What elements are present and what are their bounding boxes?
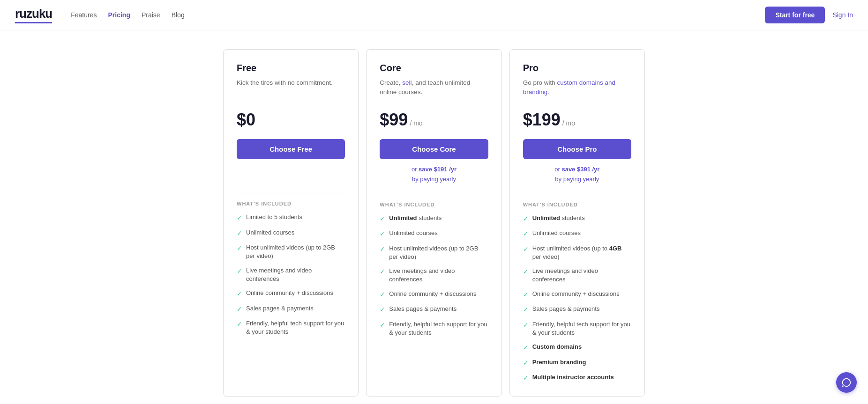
list-item: ✓ Online community + discussions: [237, 289, 345, 299]
chat-icon: [841, 377, 852, 388]
feature-text: Premium branding: [532, 358, 586, 367]
list-item: ✓ Friendly, helpful tech support for you…: [380, 320, 488, 337]
free-plan-price: $0: [237, 110, 345, 130]
feature-text: Sales pages & payments: [532, 305, 600, 313]
core-feature-list: ✓ Unlimited students ✓ Unlimited courses…: [380, 214, 488, 338]
check-icon: ✓: [523, 290, 529, 300]
pro-plan-description: Go pro with custom domains and branding.: [523, 78, 631, 101]
core-save-line2: by paying yearly: [412, 176, 456, 183]
pro-price-period: / mo: [562, 119, 575, 127]
header-right: Start for free Sign In: [765, 7, 853, 23]
list-item: ✓ Live meetings and video conferences: [523, 267, 631, 284]
feature-text: Unlimited students: [532, 214, 585, 222]
core-save-text: or save $191 /yr by paying yearly: [380, 165, 488, 184]
core-included-label: WHAT'S INCLUDED: [380, 202, 488, 207]
pro-included-label: WHAT'S INCLUDED: [523, 202, 631, 207]
core-save-line1: or save $191 /yr: [412, 166, 456, 173]
feature-text: Unlimited courses: [389, 229, 437, 237]
core-plan-price: $99 / mo: [380, 110, 488, 130]
list-item: ✓ Multiple instructor accounts: [523, 373, 631, 383]
pro-custom-domains-link[interactable]: custom domains and branding: [523, 79, 615, 95]
feature-text: Host unlimited videos (up to 2GB per vid…: [389, 244, 488, 261]
choose-pro-button[interactable]: Choose Pro: [523, 139, 631, 159]
feature-text: Multiple instructor accounts: [532, 373, 614, 382]
feature-text: Online community + discussions: [389, 290, 476, 298]
check-icon: ✓: [380, 245, 385, 254]
check-icon: ✓: [523, 229, 529, 239]
list-item: ✓ Online community + discussions: [380, 290, 488, 300]
nav-blog[interactable]: Blog: [172, 11, 185, 19]
pricing-section: Free Kick the tires with no commitment. …: [0, 30, 868, 404]
pro-divider: [523, 194, 631, 194]
pro-save-text: or save $391 /yr by paying yearly: [523, 165, 631, 184]
feature-text: Unlimited courses: [532, 229, 581, 237]
pro-save-line2: by paying yearly: [555, 176, 599, 183]
check-icon: ✓: [237, 213, 242, 223]
chat-bubble-button[interactable]: [836, 372, 857, 393]
core-price-period: / mo: [410, 119, 422, 127]
core-save-link[interactable]: save $191 /yr: [419, 166, 456, 173]
check-icon: ✓: [523, 245, 529, 254]
pro-plan-price: $199 / mo: [523, 110, 631, 130]
list-item: ✓ Online community + discussions: [523, 290, 631, 300]
logo: ruzuku: [15, 7, 52, 23]
nav-pricing[interactable]: Pricing: [108, 11, 130, 19]
pro-plan-card: Pro Go pro with custom domains and brand…: [509, 49, 645, 397]
pro-save-link[interactable]: save $391 /yr: [561, 166, 599, 173]
core-plan-card: Core Create, sell, and teach unlimited o…: [366, 49, 501, 397]
feature-text: Live meetings and video conferences: [246, 266, 345, 283]
check-icon: ✓: [380, 321, 385, 330]
feature-text: Friendly, helpful tech support for you &…: [532, 320, 631, 337]
pro-price-amount: $199: [523, 110, 561, 130]
free-divider: [237, 193, 345, 193]
pro-feature-list: ✓ Unlimited students ✓ Unlimited courses…: [523, 214, 631, 383]
list-item: ✓ Sales pages & payments: [237, 304, 345, 314]
feature-text: Host unlimited videos (up to 4GB per vid…: [532, 244, 631, 261]
check-icon: ✓: [523, 267, 529, 277]
check-icon: ✓: [237, 289, 242, 299]
free-price-amount: $0: [237, 110, 255, 130]
feature-text: Live meetings and video conferences: [532, 267, 631, 284]
list-item: ✓ Premium branding: [523, 358, 631, 368]
nav-features[interactable]: Features: [71, 11, 97, 19]
feature-text: Host unlimited videos (up to 2GB per vid…: [246, 243, 345, 260]
check-icon: ✓: [237, 320, 242, 329]
feature-text: Online community + discussions: [532, 290, 620, 298]
main-nav: Features Pricing Praise Blog: [71, 11, 184, 19]
pro-save-line1: or save $391 /yr: [554, 166, 599, 173]
check-icon: ✓: [380, 305, 385, 315]
check-icon: ✓: [380, 290, 385, 300]
free-save-text: [237, 165, 345, 184]
check-icon: ✓: [237, 244, 242, 253]
core-sell-link[interactable]: sell: [402, 79, 412, 86]
sign-in-button[interactable]: Sign In: [832, 11, 853, 19]
check-icon: ✓: [523, 305, 529, 315]
list-item: ✓ Limited to 5 students: [237, 213, 345, 223]
free-included-label: WHAT'S INCLUDED: [237, 201, 345, 206]
check-icon: ✓: [523, 321, 529, 330]
choose-core-button[interactable]: Choose Core: [380, 139, 488, 159]
check-icon: ✓: [380, 229, 385, 239]
core-plan-title: Core: [380, 63, 488, 73]
list-item: ✓ Unlimited courses: [237, 228, 345, 238]
check-icon: ✓: [523, 359, 529, 368]
free-feature-list: ✓ Limited to 5 students ✓ Unlimited cour…: [237, 213, 345, 337]
core-plan-description: Create, sell, and teach unlimited online…: [380, 78, 488, 101]
nav-praise[interactable]: Praise: [142, 11, 160, 19]
free-plan-title: Free: [237, 63, 345, 73]
start-for-free-button[interactable]: Start for free: [765, 7, 825, 23]
choose-free-button[interactable]: Choose Free: [237, 139, 345, 159]
free-plan-card: Free Kick the tires with no commitment. …: [223, 49, 359, 397]
list-item: ✓ Host unlimited videos (up to 4GB per v…: [523, 244, 631, 261]
list-item: ✓ Friendly, helpful tech support for you…: [237, 319, 345, 336]
header: ruzuku Features Pricing Praise Blog Star…: [0, 0, 868, 30]
feature-text: Limited to 5 students: [246, 213, 302, 221]
core-divider: [380, 194, 488, 194]
feature-text: Sales pages & payments: [246, 304, 314, 313]
check-icon: ✓: [237, 305, 242, 314]
list-item: ✓ Live meetings and video conferences: [237, 266, 345, 283]
pro-plan-title: Pro: [523, 63, 631, 73]
pricing-cards: Free Kick the tires with no commitment. …: [223, 49, 645, 397]
list-item: ✓ Sales pages & payments: [380, 305, 488, 315]
list-item: ✓ Unlimited students: [523, 214, 631, 224]
